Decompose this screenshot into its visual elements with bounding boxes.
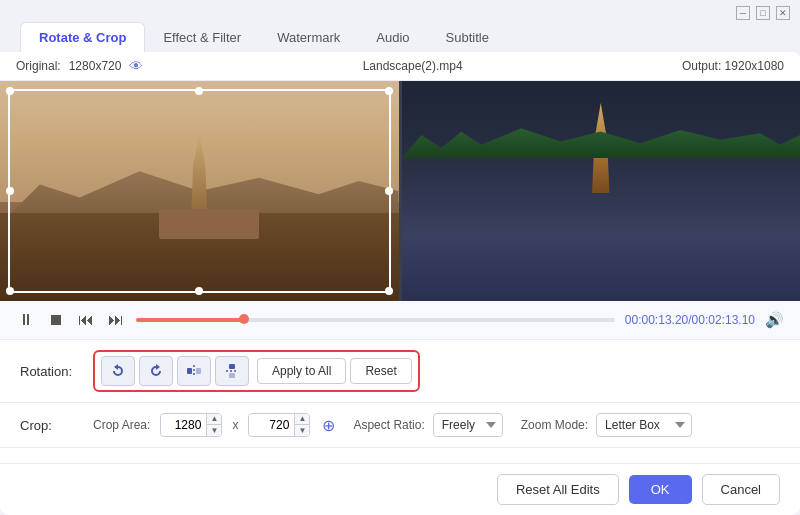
crop-handle-ml[interactable] [6,187,14,195]
title-bar: ─ □ ✕ [0,0,800,22]
time-total: 00:02:13.10 [692,313,755,327]
close-button[interactable]: ✕ [776,6,790,20]
crop-width-down[interactable]: ▼ [207,425,221,436]
crop-handle-tr[interactable] [385,87,393,95]
progress-bar[interactable] [136,318,615,322]
progress-fill [136,318,244,322]
pause-button[interactable]: ⏸ [16,309,36,331]
tab-rotate-crop[interactable]: Rotate & Crop [20,22,145,52]
crop-handle-br[interactable] [385,287,393,295]
crop-width-spinners: ▲ ▼ [206,414,221,436]
volume-icon[interactable]: 🔊 [765,311,784,329]
preview-left [0,81,399,301]
crop-width-input[interactable] [161,415,206,435]
crop-handle-mb[interactable] [195,287,203,295]
rotate-left-button[interactable] [101,356,135,386]
ok-button[interactable]: OK [629,475,692,504]
svg-rect-4 [229,373,235,378]
bottom-spacer [0,448,800,463]
progress-thumb[interactable] [239,314,249,324]
apply-to-all-button[interactable]: Apply to All [257,358,346,384]
tab-audio[interactable]: Audio [358,23,427,52]
crop-handle-mt[interactable] [195,87,203,95]
tab-watermark[interactable]: Watermark [259,23,358,52]
crop-height-input[interactable] [249,415,294,435]
eye-icon[interactable]: 👁 [129,58,143,74]
reset-all-edits-button[interactable]: Reset All Edits [497,474,619,505]
footer-bar: Reset All Edits OK Cancel [0,463,800,515]
crop-area-label: Crop Area: [93,418,150,432]
prev-frame-button[interactable]: ⏮ [76,309,96,331]
info-bar: Original: 1280x720 👁 Landscape(2).mp4 Ou… [0,52,800,81]
svg-rect-0 [187,368,192,374]
rotate-right-button[interactable] [139,356,173,386]
aspect-ratio-select[interactable]: Freely 16:9 4:3 1:1 9:16 [433,413,503,437]
svg-rect-3 [229,364,235,369]
tab-subtitle[interactable]: Subtitle [428,23,507,52]
crop-width-input-group: ▲ ▼ [160,413,222,437]
original-value: 1280x720 [69,59,122,73]
crop-row: Crop: Crop Area: ▲ ▼ x ▲ ▼ ⊕ Aspect Rati… [0,403,800,448]
time-current: 00:00:13.20 [625,313,688,327]
controls-bar: ⏸ ⏹ ⏮ ⏭ 00:00:13.20/00:02:13.10 🔊 [0,301,800,340]
crop-label: Crop: [20,418,85,433]
zoom-mode-label: Zoom Mode: [521,418,588,432]
crop-height-down[interactable]: ▼ [295,425,309,436]
zoom-mode-select[interactable]: Letter Box Pan & Scan Full [596,413,692,437]
info-left: Original: 1280x720 👁 [16,58,143,74]
cancel-button[interactable]: Cancel [702,474,780,505]
rotation-reset-button[interactable]: Reset [350,358,411,384]
filename: Landscape(2).mp4 [363,59,463,73]
output-label: Output: [682,59,721,73]
separator: x [232,418,238,432]
video-preview-right [402,81,801,301]
video-preview-left [0,81,399,301]
minimize-button[interactable]: ─ [736,6,750,20]
preview-area [0,81,800,301]
preview-right [402,81,801,301]
aspect-ratio-label: Aspect Ratio: [353,418,424,432]
crop-overlay[interactable] [8,89,391,293]
rotation-buttons-group: Apply to All Reset [93,350,420,392]
rotation-label: Rotation: [20,364,85,379]
time-display: 00:00:13.20/00:02:13.10 [625,313,755,327]
svg-rect-1 [196,368,201,374]
crop-height-input-group: ▲ ▼ [248,413,310,437]
crop-handle-mr[interactable] [385,187,393,195]
crosshair-icon: ⊕ [322,416,335,435]
flip-horizontal-button[interactable] [177,356,211,386]
main-content: Original: 1280x720 👁 Landscape(2).mp4 Ou… [0,52,800,515]
rotation-row: Rotation: [0,340,800,403]
maximize-button[interactable]: □ [756,6,770,20]
crop-handle-tl[interactable] [6,87,14,95]
main-window: ─ □ ✕ Rotate & Crop Effect & Filter Wate… [0,0,800,515]
crop-height-spinners: ▲ ▼ [294,414,309,436]
crop-height-up[interactable]: ▲ [295,414,309,425]
output-info: Output: 1920x1080 [682,59,784,73]
crop-handle-bl[interactable] [6,287,14,295]
original-label: Original: [16,59,61,73]
next-frame-button[interactable]: ⏭ [106,309,126,331]
tab-bar: Rotate & Crop Effect & Filter Watermark … [0,22,800,52]
stop-button[interactable]: ⏹ [46,309,66,331]
tab-effect-filter[interactable]: Effect & Filter [145,23,259,52]
crop-width-up[interactable]: ▲ [207,414,221,425]
flip-vertical-button[interactable] [215,356,249,386]
output-value: 1920x1080 [725,59,784,73]
